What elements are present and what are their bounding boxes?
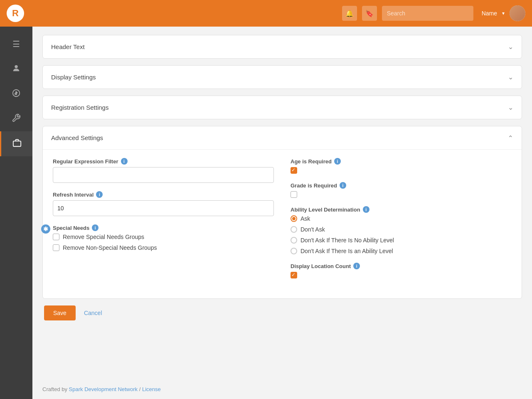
registration-settings-toggle[interactable]: Registration Settings ⌄ [43, 96, 522, 119]
age-required-label: Age is Required i [291, 158, 512, 165]
display-settings-chevron: ⌄ [508, 73, 513, 81]
refresh-interval-input[interactable] [53, 200, 274, 216]
cancel-button[interactable]: Cancel [79, 305, 107, 320]
remove-special-needs-label: Remove Special Needs Groups [63, 234, 144, 240]
grade-required-item[interactable] [291, 191, 512, 198]
special-needs-checkboxes: Remove Special Needs Groups Remove Non-S… [53, 234, 274, 251]
avatar[interactable] [510, 5, 525, 21]
special-needs-group: ✱ Special Needs i Remove Special Needs G… [53, 224, 274, 251]
ability-dont-ask-item[interactable]: Don't Ask [291, 226, 512, 233]
display-location-count-item[interactable] [291, 272, 512, 278]
advanced-settings-chevron: ⌄ [508, 134, 513, 142]
finance-icon [12, 89, 21, 100]
refresh-interval-group: Refresh Interval i [53, 191, 274, 216]
regex-filter-label: Regular Expression Filter i [53, 158, 274, 165]
tools-icon [12, 113, 21, 125]
sidebar-item-tools[interactable] [0, 106, 32, 131]
footer-crafted-by: Crafted by [42, 386, 67, 392]
regex-filter-group: Regular Expression Filter i [53, 158, 274, 183]
ability-level-info-icon[interactable]: i [363, 206, 369, 213]
ability-dont-ask-no-ability-item[interactable]: Don't Ask If There Is No Ability Level [291, 237, 512, 244]
notes-icon: ☰ [12, 39, 20, 49]
sidebar-item-jobs[interactable] [0, 131, 32, 156]
user-dropdown-icon[interactable]: ▾ [502, 10, 505, 16]
display-location-count-label: Display Location Count i [291, 263, 512, 269]
ability-level-radio-group: Ask Don't Ask Don't Ask If There Is No A… [291, 215, 512, 254]
age-required-group: Age is Required i [291, 158, 512, 174]
grade-required-checkbox[interactable] [291, 191, 297, 198]
special-needs-info-icon[interactable]: i [92, 224, 99, 231]
ability-dont-ask-ability-label: Don't Ask If There Is an Ability Level [300, 248, 393, 254]
ability-ask-item[interactable]: Ask [291, 215, 512, 222]
ability-dont-ask-ability-radio[interactable] [291, 248, 297, 254]
footer-license-link[interactable]: License [142, 386, 161, 392]
app-logo[interactable]: R [7, 5, 24, 22]
bookmarks-icon[interactable]: 🔖 [362, 6, 377, 21]
ability-level-label: Ability Level Determination i [291, 206, 512, 213]
advanced-settings-body: Regular Expression Filter i Refresh Inte… [43, 149, 522, 298]
sidebar-item-finance[interactable] [0, 81, 32, 106]
refresh-interval-info-icon[interactable]: i [96, 191, 103, 198]
ability-ask-label: Ask [300, 215, 310, 222]
advanced-settings-section: Advanced Settings ⌄ Regular Expression F… [42, 126, 522, 299]
ability-dont-ask-radio[interactable] [291, 226, 297, 233]
svg-point-0 [15, 65, 17, 68]
regex-filter-info-icon[interactable]: i [121, 158, 128, 165]
advanced-settings-label: Advanced Settings [51, 134, 103, 141]
header-text-label: Header Text [51, 43, 85, 50]
age-required-info-icon[interactable]: i [334, 158, 341, 165]
remove-non-special-needs-label: Remove Non-Special Needs Groups [63, 244, 157, 251]
special-needs-badge: ✱ [41, 224, 50, 234]
registration-settings-section: Registration Settings ⌄ [42, 96, 522, 119]
ability-dont-ask-no-ability-label: Don't Ask If There Is No Ability Level [300, 237, 394, 244]
footer-separator: / [139, 386, 142, 392]
age-required-checkbox[interactable] [291, 167, 297, 174]
save-button[interactable]: Save [44, 305, 76, 320]
advanced-form-row-1: Regular Expression Filter i Refresh Inte… [53, 158, 512, 287]
display-settings-section: Display Settings ⌄ [42, 65, 522, 89]
remove-special-needs-item[interactable]: Remove Special Needs Groups [53, 234, 274, 240]
ability-level-group: Ability Level Determination i Ask Don't … [291, 206, 512, 254]
nav-right: 🔔 🔖 Name ▾ [342, 5, 525, 21]
jobs-icon [12, 138, 22, 150]
grade-required-label: Grade is Required i [291, 182, 512, 189]
svg-rect-2 [13, 141, 20, 146]
display-location-count-group: Display Location Count i [291, 263, 512, 278]
main-content: Header Text ⌄ Display Settings ⌄ Registr… [32, 27, 532, 379]
remove-non-special-needs-item[interactable]: Remove Non-Special Needs Groups [53, 244, 274, 251]
footer-spark-link[interactable]: Spark Development Network [69, 386, 138, 392]
regex-filter-input[interactable] [53, 167, 274, 183]
sidebar: ☰ [0, 27, 32, 399]
advanced-settings-toggle[interactable]: Advanced Settings ⌄ [43, 126, 522, 149]
header-text-section: Header Text ⌄ [42, 35, 522, 59]
display-settings-label: Display Settings [51, 74, 96, 81]
sidebar-item-person[interactable] [0, 57, 32, 81]
age-required-item[interactable] [291, 167, 512, 174]
search-input[interactable] [382, 6, 473, 21]
ability-dont-ask-ability-item[interactable]: Don't Ask If There Is an Ability Level [291, 248, 512, 254]
registration-settings-chevron: ⌄ [508, 103, 513, 111]
header-text-toggle[interactable]: Header Text ⌄ [43, 35, 522, 58]
display-settings-toggle[interactable]: Display Settings ⌄ [43, 66, 522, 89]
form-actions: Save Cancel [42, 305, 522, 327]
top-navigation: R 🔔 🔖 Name ▾ [0, 0, 532, 27]
refresh-interval-label: Refresh Interval i [53, 191, 274, 198]
advanced-left-col: Regular Expression Filter i Refresh Inte… [53, 158, 274, 287]
ability-ask-radio[interactable] [291, 215, 297, 222]
ability-dont-ask-no-ability-radio[interactable] [291, 237, 297, 244]
grade-required-group: Grade is Required i [291, 182, 512, 198]
person-icon [12, 64, 21, 75]
advanced-right-col: Age is Required i Grade is Required i [291, 158, 512, 287]
grade-required-info-icon[interactable]: i [340, 182, 346, 189]
remove-special-needs-checkbox[interactable] [53, 234, 59, 240]
sidebar-item-notes[interactable]: ☰ [0, 32, 32, 57]
notifications-icon[interactable]: 🔔 [342, 6, 357, 21]
display-location-count-checkbox[interactable] [291, 272, 297, 278]
user-name-label[interactable]: Name [482, 10, 497, 17]
remove-non-special-needs-checkbox[interactable] [53, 244, 59, 251]
footer: Crafted by Spark Development Network / L… [32, 379, 532, 399]
ability-dont-ask-label: Don't Ask [300, 226, 325, 233]
registration-settings-label: Registration Settings [51, 104, 108, 111]
special-needs-label: Special Needs i [53, 224, 274, 231]
display-location-count-info-icon[interactable]: i [353, 263, 360, 269]
